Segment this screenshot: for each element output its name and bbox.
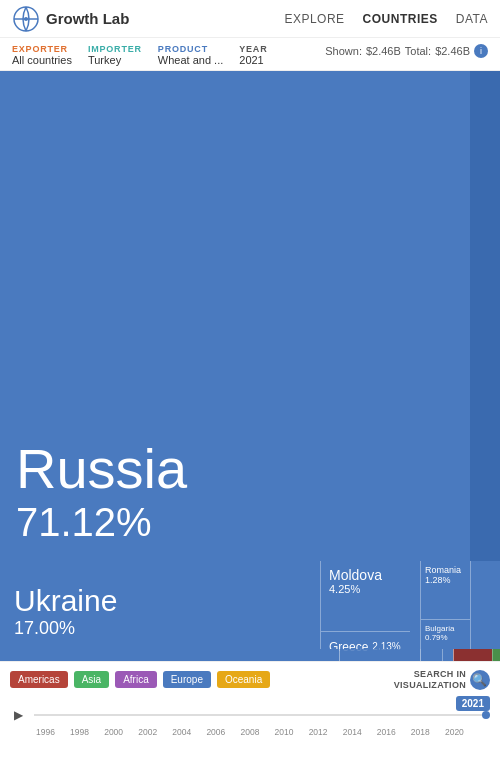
info-icon[interactable]: i	[474, 44, 488, 58]
bar-moldova	[420, 649, 441, 661]
nav-countries[interactable]: COUNTRIES	[363, 12, 438, 26]
filter-bar: EXPORTER All countries IMPORTER Turkey P…	[0, 38, 500, 71]
bar-green	[492, 649, 500, 661]
search-vis-label: SEARCH INVISUALIZATION	[394, 669, 466, 691]
romania-block[interactable]: Romania 1.28%	[420, 561, 470, 619]
timeline-labels: 1996 1998 2000 2002 2004 2006 2008 2010 …	[8, 727, 492, 737]
year-1998[interactable]: 1998	[70, 727, 89, 737]
right-edge	[470, 561, 500, 661]
year-badge: 2021	[456, 696, 490, 711]
filter-summary: Shown: $2.46B Total: $2.46B i	[325, 44, 488, 58]
year-2018[interactable]: 2018	[411, 727, 430, 737]
year-value: 2021	[239, 54, 267, 66]
importer-label: IMPORTER	[88, 44, 142, 54]
bar-greece	[442, 649, 453, 661]
year-1996[interactable]: 1996	[36, 727, 55, 737]
romania-name: Romania	[425, 565, 466, 575]
year-2014[interactable]: 2014	[343, 727, 362, 737]
exporter-label: EXPORTER	[12, 44, 72, 54]
russia-block[interactable]: Russia 71.12%	[0, 71, 470, 561]
filter-year[interactable]: YEAR 2021	[239, 44, 267, 66]
moldova-name: Moldova	[329, 567, 412, 583]
chip-africa[interactable]: Africa	[115, 671, 157, 688]
color-bar	[0, 649, 500, 661]
russia-pct: 71.12%	[16, 500, 152, 545]
year-2010[interactable]: 2010	[275, 727, 294, 737]
logo-text: Growth Lab	[46, 10, 129, 27]
timeline-line[interactable]: 2021	[34, 714, 490, 716]
shown-label: Shown:	[325, 45, 362, 57]
importer-value: Turkey	[88, 54, 142, 66]
bar-ukraine	[339, 649, 421, 661]
shown-value: $2.46B	[366, 45, 401, 57]
play-button[interactable]: ▶	[8, 705, 28, 725]
moldova-pct: 4.25%	[329, 583, 412, 595]
chip-asia[interactable]: Asia	[74, 671, 109, 688]
year-2006[interactable]: 2006	[206, 727, 225, 737]
year-2016[interactable]: 2016	[377, 727, 396, 737]
search-circle-icon: 🔍	[470, 670, 490, 690]
year-label: YEAR	[239, 44, 267, 54]
romania-pct: 1.28%	[425, 575, 466, 585]
logo-icon	[12, 5, 40, 33]
timeline-track: ▶ 2021	[8, 705, 492, 725]
filter-exporter[interactable]: EXPORTER All countries	[12, 44, 72, 66]
total-label: Total:	[405, 45, 431, 57]
timeline-dot	[482, 711, 490, 719]
small-right-top	[470, 71, 500, 561]
bar-red	[453, 649, 492, 661]
chip-americas[interactable]: Americas	[10, 671, 68, 688]
bulgaria-name: Bulgaria	[425, 624, 466, 633]
russia-name: Russia	[16, 438, 187, 500]
year-2008[interactable]: 2008	[240, 727, 259, 737]
logo-area: Growth Lab	[12, 5, 129, 33]
nav-data[interactable]: DATA	[456, 12, 488, 26]
nav-items: EXPLORE COUNTRIES DATA	[284, 12, 488, 26]
filter-importer[interactable]: IMPORTER Turkey	[88, 44, 142, 66]
legend-bar: Americas Asia Africa Europe Oceania SEAR…	[0, 661, 500, 697]
ukraine-name: Ukraine	[14, 584, 117, 618]
exporter-value: All countries	[12, 54, 72, 66]
svg-point-2	[24, 17, 28, 21]
bulgaria-pct: 0.79%	[425, 633, 466, 642]
product-value: Wheat and ...	[158, 54, 223, 66]
year-2002[interactable]: 2002	[138, 727, 157, 737]
header: Growth Lab EXPLORE COUNTRIES DATA	[0, 0, 500, 38]
chip-europe[interactable]: Europe	[163, 671, 211, 688]
year-2004[interactable]: 2004	[172, 727, 191, 737]
product-label: PRODUCT	[158, 44, 223, 54]
year-2000[interactable]: 2000	[104, 727, 123, 737]
year-2020[interactable]: 2020	[445, 727, 464, 737]
nav-explore[interactable]: EXPLORE	[284, 12, 344, 26]
chip-oceania[interactable]: Oceania	[217, 671, 270, 688]
ukraine-pct: 17.00%	[14, 618, 75, 639]
filter-product[interactable]: PRODUCT Wheat and ...	[158, 44, 223, 66]
ukraine-block[interactable]: Ukraine 17.00%	[0, 561, 320, 661]
total-value: $2.46B	[435, 45, 470, 57]
timeline: ▶ 2021 1996 1998 2000 2002 2004 2006 200…	[0, 697, 500, 757]
year-2012[interactable]: 2012	[309, 727, 328, 737]
bar-russia	[0, 649, 339, 661]
search-visualization-button[interactable]: SEARCH INVISUALIZATION 🔍	[394, 669, 490, 691]
treemap: Russia 71.12% Ukraine 17.00% Moldova 4.2…	[0, 71, 500, 661]
